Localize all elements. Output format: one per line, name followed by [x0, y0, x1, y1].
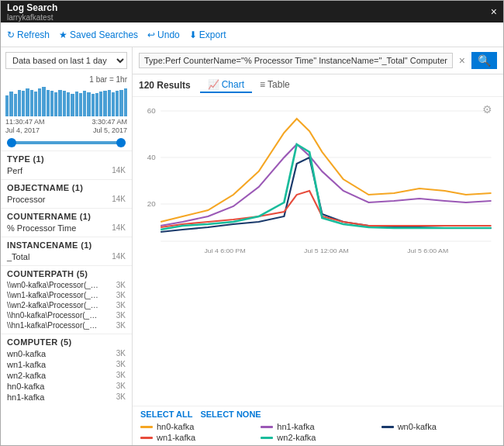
histogram-bar [63, 91, 66, 116]
facet-computer-label: wn0-kafka [7, 349, 46, 358]
main-window: Log Search larrykafkatest × ↻ Refresh ★ … [0, 0, 504, 446]
search-clear-button[interactable]: × [456, 54, 468, 67]
facet-counterpath-count: 3K [116, 291, 126, 299]
histogram-bar [83, 91, 86, 116]
histogram-bar [47, 90, 50, 116]
facet-counterpath-label: \\hn0-kafka\Processor(_Total)\% Processo… [7, 311, 100, 320]
legend-item[interactable]: hn0-kafka [140, 422, 254, 431]
refresh-button[interactable]: ↻ Refresh [7, 29, 50, 40]
tab-chart[interactable]: 📈 Chart [200, 78, 252, 93]
facet-countername-header: COUNTERNAME (1) [7, 212, 126, 221]
histogram-bar [22, 91, 25, 116]
facet-computer-item[interactable]: wn2-kafka3K [7, 370, 126, 381]
facet-instancename-count: 14K [112, 252, 126, 261]
facet-counterpath-count: 3K [116, 321, 126, 330]
close-button[interactable]: × [491, 5, 497, 18]
legend-color-dot [381, 426, 394, 428]
facet-computer-item[interactable]: wn1-kafka3K [7, 359, 126, 370]
window-subtitle: larrykafkatest [7, 13, 57, 22]
facet-objectname-header: OBJECTNAME (1) [7, 183, 126, 192]
facet-computer-label: wn1-kafka [7, 360, 46, 369]
slider-thumb-right[interactable] [116, 138, 126, 147]
settings-icon[interactable]: ⚙ [482, 103, 492, 116]
slider-thumb-left[interactable] [7, 138, 16, 147]
facet-countername-count: 14K [112, 223, 126, 232]
time-range-select[interactable]: Data based on last 1 day [5, 52, 127, 69]
facet-counterpath-item[interactable]: \\hn0-kafka\Processor(_Total)\% Processo… [7, 310, 126, 320]
tab-table[interactable]: ≡ Table [252, 78, 298, 93]
window-title: Log Search [7, 2, 57, 13]
chart-icon: 📈 [208, 79, 219, 90]
export-button[interactable]: ⬇ Export [189, 29, 226, 40]
facet-computer-count: 3K [116, 349, 126, 358]
legend-label: hn0-kafka [157, 422, 194, 431]
histogram-bar [119, 90, 123, 116]
facet-counterpath-item[interactable]: \\hn1-kafka\Processor(_Total)\% Processo… [7, 320, 126, 330]
bar-label: 1 bar = 1hr [5, 75, 127, 84]
histogram-bar [5, 95, 9, 116]
legend-color-dot [140, 426, 153, 428]
svg-text:Jul 5 6:00 AM: Jul 5 6:00 AM [407, 247, 448, 254]
facet-computer-item[interactable]: hn0-kafka3K [7, 381, 126, 392]
facet-computer-count: 3K [116, 360, 126, 368]
facet-counterpath-item[interactable]: \\wn0-kafka\Processor(_Total)\% Processo… [7, 280, 126, 290]
facet-counterpath-count: 3K [116, 311, 126, 320]
histogram-bar [50, 91, 54, 116]
facet-counterpath-item[interactable]: \\wn2-kafka\Processor(_Total)\% Processo… [7, 300, 126, 310]
legend-item[interactable]: wn1-kafka [140, 433, 254, 442]
legend-color-dot [140, 437, 153, 439]
legend-item[interactable]: wn0-kafka [381, 422, 495, 431]
legend-item[interactable]: hn1-kafka [261, 422, 375, 431]
svg-text:40: 40 [147, 153, 156, 161]
histogram-bar [18, 90, 21, 116]
facet-instancename-item[interactable]: _Total 14K [7, 251, 126, 262]
table-tab-label: Table [268, 79, 290, 90]
facet-counterpath-label: \\wn0-kafka\Processor(_Total)\% Processo… [7, 281, 100, 289]
histogram-bar [9, 92, 12, 116]
histogram-bar [91, 94, 95, 116]
histogram-bar [71, 94, 74, 116]
facet-counterpath-item[interactable]: \\wn1-kafka\Processor(_Total)\% Processo… [7, 290, 126, 300]
undo-icon: ↩ [147, 29, 155, 40]
facet-instancename: INSTANCENAME (1) _Total 14K [1, 237, 132, 265]
facet-objectname-processor-label: Processor [7, 195, 46, 204]
select-none-button[interactable]: SELECT NONE [200, 410, 261, 419]
histogram-bar [124, 88, 127, 116]
histogram-bar [108, 90, 111, 116]
undo-button[interactable]: ↩ Undo [147, 29, 180, 40]
facet-computer-item[interactable]: hn1-kafka3K [7, 392, 126, 403]
facet-computer: COMPUTER (5) wn0-kafka3Kwn1-kafka3Kwn2-k… [1, 334, 132, 406]
saved-searches-button[interactable]: ★ Saved Searches [59, 29, 138, 40]
legend-color-dot [261, 426, 273, 428]
histogram-bar [30, 90, 33, 116]
legend-label: wn2-kafka [277, 433, 316, 442]
search-go-button[interactable]: 🔍 [471, 52, 497, 69]
search-input[interactable] [139, 53, 453, 68]
slider-area[interactable] [1, 135, 132, 150]
facet-objectname-processor[interactable]: Processor 14K [7, 194, 126, 205]
legend-item[interactable]: wn2-kafka [261, 433, 375, 442]
facet-computer-header: COMPUTER (5) [7, 337, 126, 347]
chart-tab-label: Chart [222, 79, 244, 90]
right-panel: × 🔍 120 Results 📈 Chart ≡ Table [133, 47, 503, 445]
slider-track[interactable] [7, 141, 126, 144]
svg-text:Jul 4 6:00 PM: Jul 4 6:00 PM [204, 247, 245, 254]
view-tabs: 📈 Chart ≡ Table [200, 78, 298, 93]
svg-text:60: 60 [147, 106, 156, 115]
histogram-bar [116, 91, 119, 116]
facet-computer-item[interactable]: wn0-kafka3K [7, 348, 126, 359]
time-range-filter[interactable]: Data based on last 1 day [5, 52, 127, 69]
facet-countername-item[interactable]: % Processor Time 14K [7, 223, 126, 233]
table-icon: ≡ [260, 79, 265, 90]
toolbar: ↻ Refresh ★ Saved Searches ↩ Undo ⬇ Expo… [1, 22, 503, 47]
histogram-bar [34, 92, 37, 116]
facet-type-perf-count: 14K [112, 166, 126, 175]
facet-countername-label: % Processor Time [7, 223, 76, 233]
facet-type-perf[interactable]: Perf 14K [7, 165, 126, 176]
undo-label: Undo [157, 29, 180, 40]
select-all-button[interactable]: SELECT ALL [140, 410, 192, 419]
histogram-times: 11:30:47 AMJul 4, 2017 3:30:47 AMJul 5, … [5, 118, 127, 135]
histogram-bar [87, 92, 90, 116]
results-header: 120 Results 📈 Chart ≡ Table [133, 74, 503, 97]
hist-time-end: 3:30:47 AMJul 5, 2017 [91, 118, 127, 135]
